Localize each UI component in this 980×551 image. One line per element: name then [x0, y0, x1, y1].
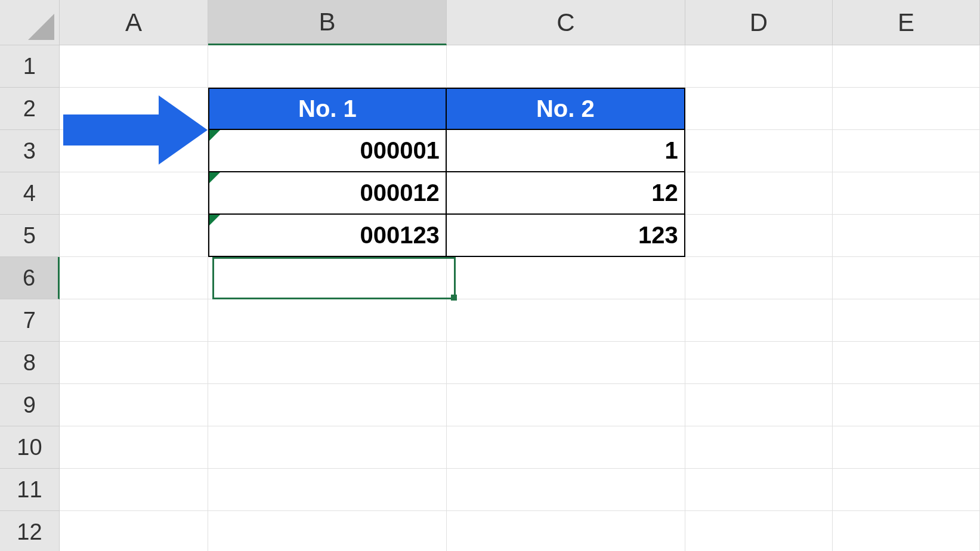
- cell-E11[interactable]: [833, 469, 980, 511]
- column-header-row: A B C D E: [0, 0, 980, 45]
- row-header-3[interactable]: 3: [0, 130, 60, 172]
- row-1: 1: [0, 45, 980, 88]
- cell-D3[interactable]: [685, 130, 833, 172]
- cell-value: 123: [638, 222, 678, 249]
- cell-D1[interactable]: [685, 45, 833, 88]
- cell-A8[interactable]: [60, 342, 208, 384]
- cell-D9[interactable]: [685, 384, 833, 426]
- row-7: 7: [0, 299, 980, 342]
- cell-B6[interactable]: [208, 257, 447, 299]
- cell-E12[interactable]: [833, 511, 980, 551]
- row-4: 4 000012 12: [0, 172, 980, 215]
- cell-B8[interactable]: [208, 342, 447, 384]
- cell-value: 000012: [360, 179, 439, 206]
- cell-A1[interactable]: [60, 45, 208, 88]
- cell-B12[interactable]: [208, 511, 447, 551]
- cell-E1[interactable]: [833, 45, 980, 88]
- cell-value: 000001: [360, 137, 439, 164]
- cell-D2[interactable]: [685, 88, 833, 130]
- col-header-D[interactable]: D: [685, 0, 833, 45]
- row-header-12[interactable]: 12: [0, 511, 60, 551]
- cell-value: 000123: [360, 222, 439, 249]
- cell-A4[interactable]: [60, 172, 208, 215]
- cell-B4[interactable]: 000012: [208, 172, 447, 215]
- cell-E2[interactable]: [833, 88, 980, 130]
- cell-E7[interactable]: [833, 299, 980, 342]
- row-8: 8: [0, 342, 980, 384]
- cell-C11[interactable]: [447, 469, 685, 511]
- cell-A7[interactable]: [60, 299, 208, 342]
- cell-D8[interactable]: [685, 342, 833, 384]
- row-header-1[interactable]: 1: [0, 45, 60, 88]
- row-header-6[interactable]: 6: [0, 257, 60, 299]
- row-header-2[interactable]: 2: [0, 88, 60, 130]
- cell-D5[interactable]: [685, 215, 833, 257]
- cell-B7[interactable]: [208, 299, 447, 342]
- cell-C12[interactable]: [447, 511, 685, 551]
- cell-C6[interactable]: [447, 257, 685, 299]
- row-header-4[interactable]: 4: [0, 172, 60, 215]
- cell-B3[interactable]: 000001: [208, 130, 447, 172]
- cell-D11[interactable]: [685, 469, 833, 511]
- cell-E8[interactable]: [833, 342, 980, 384]
- row-10: 10: [0, 426, 980, 469]
- row-9: 9: [0, 384, 980, 426]
- cell-C9[interactable]: [447, 384, 685, 426]
- cell-C8[interactable]: [447, 342, 685, 384]
- cell-E10[interactable]: [833, 426, 980, 469]
- row-11: 11: [0, 469, 980, 511]
- cell-D6[interactable]: [685, 257, 833, 299]
- row-5: 5 000123 123: [0, 215, 980, 257]
- cell-C1[interactable]: [447, 45, 685, 88]
- select-all-triangle[interactable]: [0, 0, 60, 45]
- cell-E4[interactable]: [833, 172, 980, 215]
- cell-C4[interactable]: 12: [447, 172, 685, 215]
- row-6: 6: [0, 257, 980, 299]
- row-header-11[interactable]: 11: [0, 469, 60, 511]
- cell-A5[interactable]: [60, 215, 208, 257]
- cell-D7[interactable]: [685, 299, 833, 342]
- error-indicator-icon[interactable]: [209, 130, 220, 141]
- cell-value: 1: [664, 137, 678, 164]
- cell-E6[interactable]: [833, 257, 980, 299]
- cell-A9[interactable]: [60, 384, 208, 426]
- cell-A11[interactable]: [60, 469, 208, 511]
- cell-E9[interactable]: [833, 384, 980, 426]
- cell-A6[interactable]: [60, 257, 208, 299]
- row-header-8[interactable]: 8: [0, 342, 60, 384]
- row-header-10[interactable]: 10: [0, 426, 60, 469]
- cell-C3[interactable]: 1: [447, 130, 685, 172]
- cell-C10[interactable]: [447, 426, 685, 469]
- row-header-5[interactable]: 5: [0, 215, 60, 257]
- col-header-A[interactable]: A: [60, 0, 208, 45]
- cell-D4[interactable]: [685, 172, 833, 215]
- cell-value: 12: [651, 179, 678, 206]
- cell-C2[interactable]: No. 2: [447, 88, 685, 130]
- col-header-C[interactable]: C: [447, 0, 685, 45]
- cell-B11[interactable]: [208, 469, 447, 511]
- row-12: 12: [0, 511, 980, 551]
- row-header-7[interactable]: 7: [0, 299, 60, 342]
- cell-B9[interactable]: [208, 384, 447, 426]
- cell-D12[interactable]: [685, 511, 833, 551]
- cell-A12[interactable]: [60, 511, 208, 551]
- cell-B2[interactable]: No. 1: [208, 88, 447, 130]
- error-indicator-icon[interactable]: [209, 215, 220, 225]
- spreadsheet: A B C D E 1 2 No. 1 No. 2 3 000001 1: [0, 0, 980, 551]
- error-indicator-icon[interactable]: [209, 172, 220, 183]
- cell-E3[interactable]: [833, 130, 980, 172]
- col-header-B[interactable]: B: [208, 0, 447, 45]
- cell-B5[interactable]: 000123: [208, 215, 447, 257]
- cell-A10[interactable]: [60, 426, 208, 469]
- cell-E5[interactable]: [833, 215, 980, 257]
- cell-B1[interactable]: [208, 45, 447, 88]
- cell-D10[interactable]: [685, 426, 833, 469]
- col-header-E[interactable]: E: [833, 0, 980, 45]
- cell-B10[interactable]: [208, 426, 447, 469]
- cell-C7[interactable]: [447, 299, 685, 342]
- row-header-9[interactable]: 9: [0, 384, 60, 426]
- cell-C5[interactable]: 123: [447, 215, 685, 257]
